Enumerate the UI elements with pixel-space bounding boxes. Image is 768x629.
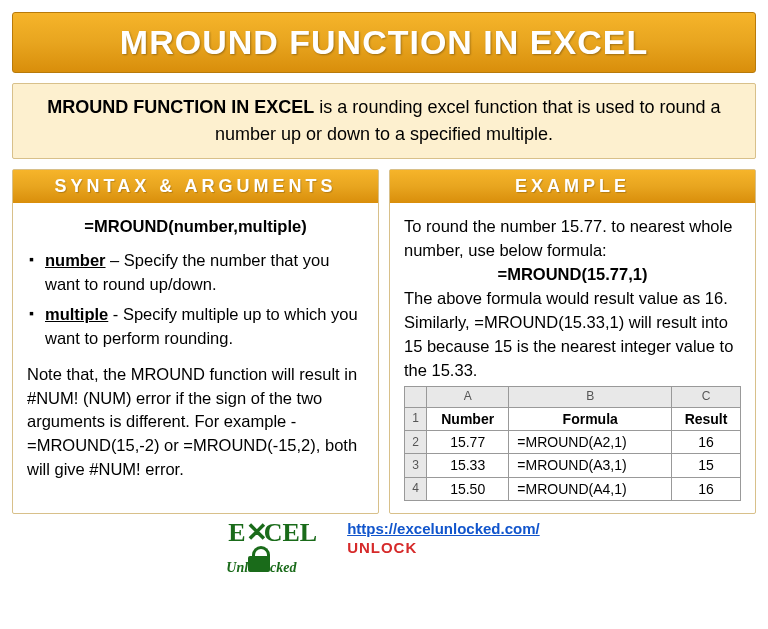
table-row: 2 15.77 =MROUND(A2,1) 16 (405, 431, 741, 454)
lock-icon (248, 546, 270, 572)
row-num: 3 (405, 454, 427, 477)
argument-list: number – Specify the number that you wan… (27, 249, 364, 351)
logo-sub: Unlcked (226, 546, 317, 575)
arg-number: number – Specify the number that you wan… (27, 249, 364, 297)
cell-result: 16 (672, 431, 741, 454)
arg-name: multiple (45, 305, 108, 323)
syntax-header: SYNTAX & ARGUMENTS (13, 170, 378, 203)
example-table: A B C 1 Number Formula Result 2 15.77 =M… (404, 386, 741, 501)
table-row: 4 15.50 =MROUND(A4,1) 16 (405, 477, 741, 500)
logo-main: E✕CEL (228, 520, 317, 546)
row-num: 1 (405, 407, 427, 430)
table-row: 3 15.33 =MROUND(A3,1) 15 (405, 454, 741, 477)
cell-result: 15 (672, 454, 741, 477)
example-header: EXAMPLE (390, 170, 755, 203)
cell-number: 15.33 (427, 454, 509, 477)
syntax-column: SYNTAX & ARGUMENTS =MROUND(number,multip… (12, 169, 379, 514)
columns: SYNTAX & ARGUMENTS =MROUND(number,multip… (12, 169, 756, 514)
syntax-formula: =MROUND(number,multiple) (27, 215, 364, 239)
hdr-result: Result (672, 407, 741, 430)
example-p1: To round the number 15.77. to nearest wh… (404, 215, 741, 263)
corner-cell (405, 387, 427, 407)
table-header-row: 1 Number Formula Result (405, 407, 741, 430)
page-title-bar: MROUND FUNCTION IN EXCEL (12, 12, 756, 73)
hdr-formula: Formula (509, 407, 672, 430)
site-link[interactable]: https://excelunlocked.com/ (347, 520, 540, 537)
col-a: A (427, 387, 509, 407)
cell-number: 15.50 (427, 477, 509, 500)
intro-box: MROUND FUNCTION IN EXCEL is a rounding e… (12, 83, 756, 159)
row-num: 2 (405, 431, 427, 454)
cell-formula: =MROUND(A2,1) (509, 431, 672, 454)
example-formula: =MROUND(15.77,1) (404, 263, 741, 287)
table-grid-header: A B C (405, 387, 741, 407)
cell-result: 16 (672, 477, 741, 500)
arg-name: number (45, 251, 106, 269)
unlock-tag: UNLOCK (347, 539, 540, 556)
col-b: B (509, 387, 672, 407)
example-body: To round the number 15.77. to nearest wh… (390, 203, 755, 513)
syntax-body: =MROUND(number,multiple) number – Specif… (13, 203, 378, 513)
cell-number: 15.77 (427, 431, 509, 454)
syntax-note: Note that, the MROUND function will resu… (27, 363, 364, 483)
hdr-number: Number (427, 407, 509, 430)
example-p3: Similarly, =MROUND(15.33,1) will result … (404, 311, 741, 383)
intro-bold: MROUND FUNCTION IN EXCEL (47, 97, 314, 117)
example-column: EXAMPLE To round the number 15.77. to ne… (389, 169, 756, 514)
footer: E✕CEL Unlcked https://excelunlocked.com/… (12, 520, 756, 577)
example-p2: The above formula would result value as … (404, 287, 741, 311)
footer-links: https://excelunlocked.com/ UNLOCK (347, 520, 540, 556)
arg-multiple: multiple - Specify multiple up to which … (27, 303, 364, 351)
cell-formula: =MROUND(A4,1) (509, 477, 672, 500)
cell-formula: =MROUND(A3,1) (509, 454, 672, 477)
page-title: MROUND FUNCTION IN EXCEL (13, 23, 755, 62)
row-num: 4 (405, 477, 427, 500)
col-c: C (672, 387, 741, 407)
logo: E✕CEL Unlcked (228, 520, 317, 577)
